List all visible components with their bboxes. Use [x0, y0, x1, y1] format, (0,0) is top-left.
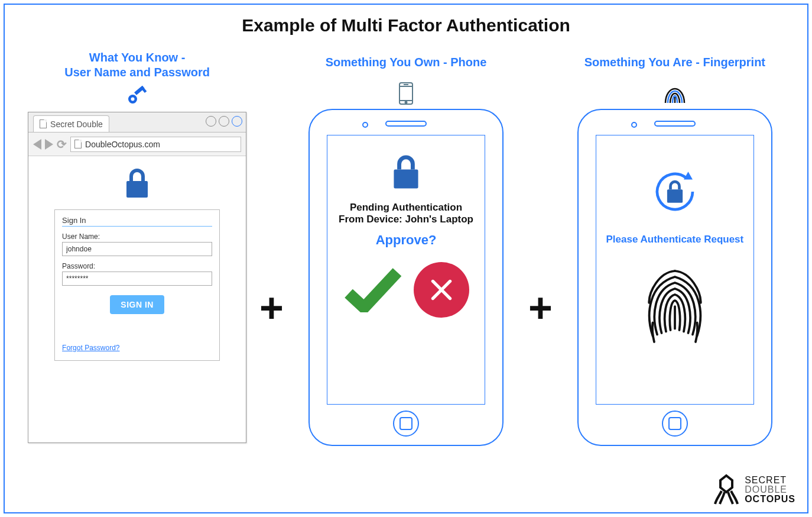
lock-icon: [122, 167, 152, 202]
signin-form: Sign In User Name: Password: SIGN IN For…: [54, 209, 220, 361]
approve-button[interactable]: [343, 265, 402, 315]
forgot-password-link[interactable]: Forgot Password?: [62, 344, 212, 352]
window-btn-min[interactable]: [206, 116, 216, 127]
browser-tab[interactable]: Secret Double: [33, 115, 109, 132]
browser-window: Secret Double ⟳ DoubleOctopus.com: [28, 112, 246, 443]
window-buttons: [206, 116, 242, 127]
signin-button[interactable]: SIGN IN: [110, 295, 164, 314]
phone-home-button[interactable]: [662, 411, 688, 437]
fingerprint-icon[interactable]: [636, 262, 713, 353]
lock-icon: [389, 153, 423, 193]
browser-page: Sign In User Name: Password: SIGN IN For…: [28, 156, 246, 442]
phone-home-button[interactable]: [393, 411, 419, 437]
svg-rect-10: [394, 169, 418, 188]
password-label: Password:: [62, 262, 212, 270]
document-icon: [40, 119, 47, 128]
phone-screen: Pending AuthenticationFrom Device: John'…: [327, 135, 485, 405]
factor-own-heading: Something You Own - Phone: [326, 46, 487, 78]
tab-title: Secret Double: [50, 119, 103, 129]
phone-screen: Please Authenticate Request: [596, 135, 754, 405]
approve-deny-row: [343, 262, 469, 318]
svg-rect-4: [126, 181, 148, 198]
svg-point-8: [405, 102, 407, 104]
username-input[interactable]: [62, 242, 212, 256]
brand-logo: SECRET DOUBLE OCTOPUS: [713, 473, 795, 506]
phone-camera: [631, 122, 637, 128]
lock-refresh-icon: [648, 165, 701, 221]
factor-are-column: Something You Are - Fingerprint: [560, 46, 790, 446]
approve-prompt: Approve?: [376, 232, 437, 248]
nav-back-icon[interactable]: [33, 139, 41, 150]
document-icon: [74, 140, 82, 148]
browser-toolbar: ⟳ DoubleOctopus.com: [28, 133, 246, 156]
plus-icon: +: [259, 285, 284, 332]
username-label: User Name:: [62, 232, 212, 241]
factor-own-column: Something You Own - Phone: [291, 46, 521, 446]
deny-button[interactable]: [414, 262, 469, 318]
browser-tabbar: Secret Double: [28, 112, 246, 133]
phone-speaker: [654, 121, 696, 127]
window-btn-close[interactable]: [232, 116, 242, 127]
diagram-frame: Example of Multi Factor Authentication W…: [4, 4, 808, 513]
password-input[interactable]: [62, 272, 212, 286]
phone-biometric: Please Authenticate Request: [577, 109, 772, 446]
pending-message: Pending AuthenticationFrom Device: John'…: [339, 202, 473, 225]
signin-heading: Sign In: [62, 216, 212, 227]
address-bar[interactable]: DoubleOctopus.com: [70, 137, 241, 152]
svg-point-1: [131, 98, 135, 101]
page-title: Example of Multi Factor Authentication: [5, 15, 807, 35]
factor-know-heading: What You Know -User Name and Password: [64, 49, 210, 81]
columns: What You Know -User Name and Password Se…: [5, 46, 807, 446]
authenticate-message: Please Authenticate Request: [606, 234, 744, 245]
svg-rect-12: [667, 189, 683, 203]
phone-camera: [362, 122, 368, 128]
reload-icon[interactable]: ⟳: [57, 137, 67, 151]
address-url: DoubleOctopus.com: [85, 140, 160, 149]
key-icon: [126, 85, 148, 108]
factor-know-column: What You Know -User Name and Password Se…: [22, 49, 252, 443]
nav-forward-icon[interactable]: [45, 139, 53, 150]
octopus-icon: [713, 473, 740, 506]
brand-text: SECRET DOUBLE OCTOPUS: [745, 476, 795, 504]
factor-are-heading: Something You Are - Fingerprint: [584, 46, 765, 78]
phone-approve: Pending AuthenticationFrom Device: John'…: [308, 109, 504, 446]
phone-speaker: [385, 121, 427, 127]
plus-icon: +: [528, 285, 553, 332]
window-btn-max[interactable]: [219, 116, 229, 127]
fingerprint-arch-icon: [662, 82, 688, 105]
phone-icon: [398, 82, 414, 105]
